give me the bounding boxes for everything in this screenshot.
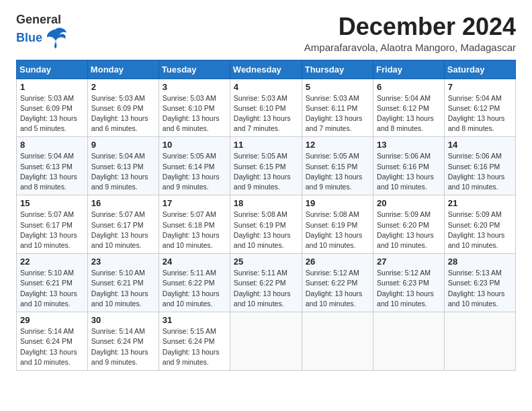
day-header-tuesday: Tuesday [159, 60, 230, 79]
day-info: Sunrise: 5:05 AMSunset: 6:14 PMDaylight:… [163, 151, 226, 192]
day-info: Sunrise: 5:06 AMSunset: 6:16 PMDaylight:… [377, 151, 441, 192]
calendar-cell: 11Sunrise: 5:05 AMSunset: 6:15 PMDayligh… [230, 137, 302, 195]
day-info: Sunrise: 5:03 AMSunset: 6:10 PMDaylight:… [234, 93, 298, 134]
calendar-cell: 25Sunrise: 5:11 AMSunset: 6:22 PMDayligh… [230, 254, 302, 312]
calendar-cell: 13Sunrise: 5:06 AMSunset: 6:16 PMDayligh… [373, 137, 445, 195]
calendar-cell: 4Sunrise: 5:03 AMSunset: 6:10 PMDaylight… [230, 79, 302, 137]
day-number: 6 [377, 82, 441, 92]
calendar-cell: 16Sunrise: 5:07 AMSunset: 6:17 PMDayligh… [87, 195, 159, 254]
day-info: Sunrise: 5:12 AMSunset: 6:23 PMDaylight:… [377, 268, 441, 309]
day-info: Sunrise: 5:07 AMSunset: 6:17 PMDaylight:… [91, 210, 155, 250]
day-number: 4 [234, 82, 298, 92]
day-header-friday: Friday [373, 60, 445, 79]
calendar-cell: 18Sunrise: 5:08 AMSunset: 6:19 PMDayligh… [230, 195, 302, 254]
day-info: Sunrise: 5:14 AMSunset: 6:24 PMDaylight:… [20, 326, 84, 367]
calendar-cell: 22Sunrise: 5:10 AMSunset: 6:21 PMDayligh… [17, 254, 88, 312]
logo-blue-text: Blue [16, 32, 42, 44]
calendar-cell: 27Sunrise: 5:12 AMSunset: 6:23 PMDayligh… [373, 254, 445, 312]
day-info: Sunrise: 5:04 AMSunset: 6:12 PMDaylight:… [448, 93, 512, 134]
day-header-monday: Monday [87, 60, 159, 79]
day-number: 20 [377, 198, 441, 208]
day-info: Sunrise: 5:07 AMSunset: 6:18 PMDaylight:… [163, 210, 226, 250]
calendar-cell: 1Sunrise: 5:03 AMSunset: 6:09 PMDaylight… [17, 79, 88, 137]
day-number: 12 [306, 140, 369, 150]
day-header-thursday: Thursday [302, 60, 373, 79]
day-header-wednesday: Wednesday [230, 60, 302, 79]
calendar-cell: 9Sunrise: 5:04 AMSunset: 6:13 PMDaylight… [87, 137, 159, 195]
day-info: Sunrise: 5:08 AMSunset: 6:19 PMDaylight:… [234, 210, 298, 250]
calendar-cell: 19Sunrise: 5:08 AMSunset: 6:19 PMDayligh… [302, 195, 373, 254]
day-number: 11 [234, 140, 298, 150]
day-number: 16 [91, 198, 155, 208]
day-number: 30 [91, 315, 155, 325]
day-header-sunday: Sunday [17, 60, 88, 79]
day-number: 26 [306, 257, 369, 267]
day-number: 19 [306, 198, 369, 208]
day-number: 17 [163, 198, 226, 208]
day-info: Sunrise: 5:05 AMSunset: 6:15 PMDaylight:… [234, 151, 298, 192]
day-number: 21 [448, 198, 512, 208]
day-info: Sunrise: 5:04 AMSunset: 6:13 PMDaylight:… [20, 151, 84, 192]
day-info: Sunrise: 5:12 AMSunset: 6:22 PMDaylight:… [306, 268, 369, 309]
day-number: 1 [20, 82, 84, 92]
day-info: Sunrise: 5:15 AMSunset: 6:24 PMDaylight:… [163, 326, 226, 367]
day-info: Sunrise: 5:13 AMSunset: 6:23 PMDaylight:… [448, 268, 512, 309]
day-info: Sunrise: 5:10 AMSunset: 6:21 PMDaylight:… [20, 268, 84, 309]
calendar-cell: 14Sunrise: 5:06 AMSunset: 6:16 PMDayligh… [444, 137, 515, 195]
day-number: 14 [448, 140, 512, 150]
day-info: Sunrise: 5:09 AMSunset: 6:20 PMDaylight:… [448, 210, 512, 250]
day-number: 13 [377, 140, 441, 150]
calendar-cell: 5Sunrise: 5:03 AMSunset: 6:11 PMDaylight… [302, 79, 373, 137]
calendar-cell: 7Sunrise: 5:04 AMSunset: 6:12 PMDaylight… [444, 79, 515, 137]
logo: General Blue [16, 13, 68, 50]
day-info: Sunrise: 5:09 AMSunset: 6:20 PMDaylight:… [377, 210, 441, 250]
calendar-cell: 26Sunrise: 5:12 AMSunset: 6:22 PMDayligh… [302, 254, 373, 312]
day-info: Sunrise: 5:03 AMSunset: 6:09 PMDaylight:… [20, 93, 84, 134]
day-number: 25 [234, 257, 298, 267]
day-number: 29 [20, 315, 84, 325]
day-header-saturday: Saturday [444, 60, 515, 79]
day-info: Sunrise: 5:06 AMSunset: 6:16 PMDaylight:… [448, 151, 512, 192]
day-number: 23 [91, 257, 155, 267]
calendar-cell: 20Sunrise: 5:09 AMSunset: 6:20 PMDayligh… [373, 195, 445, 254]
calendar-cell: 15Sunrise: 5:07 AMSunset: 6:17 PMDayligh… [17, 195, 88, 254]
calendar-cell [230, 312, 302, 371]
calendar-table: SundayMondayTuesdayWednesdayThursdayFrid… [16, 60, 516, 371]
day-number: 10 [163, 140, 226, 150]
day-number: 18 [234, 198, 298, 208]
calendar-cell [373, 312, 445, 371]
day-number: 7 [448, 82, 512, 92]
subtitle: Amparafaravola, Alaotra Mangoro, Madagas… [304, 42, 516, 53]
calendar-cell: 8Sunrise: 5:04 AMSunset: 6:13 PMDaylight… [17, 137, 88, 195]
calendar-cell: 31Sunrise: 5:15 AMSunset: 6:24 PMDayligh… [159, 312, 230, 371]
day-info: Sunrise: 5:11 AMSunset: 6:22 PMDaylight:… [163, 268, 226, 309]
day-number: 24 [163, 257, 226, 267]
day-number: 31 [163, 315, 226, 325]
day-info: Sunrise: 5:07 AMSunset: 6:17 PMDaylight:… [20, 210, 84, 250]
calendar-cell: 23Sunrise: 5:10 AMSunset: 6:21 PMDayligh… [87, 254, 159, 312]
calendar-cell: 28Sunrise: 5:13 AMSunset: 6:23 PMDayligh… [444, 254, 515, 312]
main-title: December 2024 [304, 13, 516, 40]
calendar-cell: 12Sunrise: 5:05 AMSunset: 6:15 PMDayligh… [302, 137, 373, 195]
calendar-cell: 10Sunrise: 5:05 AMSunset: 6:14 PMDayligh… [159, 137, 230, 195]
day-info: Sunrise: 5:03 AMSunset: 6:11 PMDaylight:… [306, 93, 369, 134]
day-number: 15 [20, 198, 84, 208]
day-info: Sunrise: 5:10 AMSunset: 6:21 PMDaylight:… [91, 268, 155, 309]
day-number: 2 [91, 82, 155, 92]
calendar-cell: 24Sunrise: 5:11 AMSunset: 6:22 PMDayligh… [159, 254, 230, 312]
calendar-cell: 21Sunrise: 5:09 AMSunset: 6:20 PMDayligh… [444, 195, 515, 254]
day-number: 8 [20, 140, 84, 150]
calendar-cell [302, 312, 373, 371]
day-number: 3 [163, 82, 226, 92]
day-info: Sunrise: 5:08 AMSunset: 6:19 PMDaylight:… [306, 210, 369, 250]
day-info: Sunrise: 5:03 AMSunset: 6:09 PMDaylight:… [91, 93, 155, 134]
calendar-cell: 29Sunrise: 5:14 AMSunset: 6:24 PMDayligh… [17, 312, 88, 371]
title-block: December 2024 Amparafaravola, Alaotra Ma… [304, 13, 516, 53]
calendar-cell: 17Sunrise: 5:07 AMSunset: 6:18 PMDayligh… [159, 195, 230, 254]
day-info: Sunrise: 5:04 AMSunset: 6:12 PMDaylight:… [377, 93, 441, 134]
calendar-cell: 30Sunrise: 5:14 AMSunset: 6:24 PMDayligh… [87, 312, 159, 371]
day-number: 27 [377, 257, 441, 267]
day-info: Sunrise: 5:14 AMSunset: 6:24 PMDaylight:… [91, 326, 155, 367]
calendar-cell: 6Sunrise: 5:04 AMSunset: 6:12 PMDaylight… [373, 79, 445, 137]
day-info: Sunrise: 5:05 AMSunset: 6:15 PMDaylight:… [306, 151, 369, 192]
